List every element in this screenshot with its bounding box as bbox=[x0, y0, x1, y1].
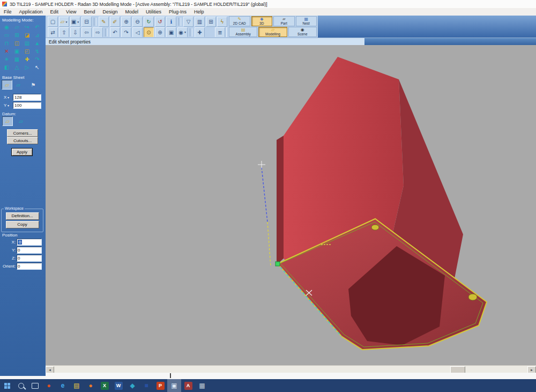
play-tool-icon[interactable]: ▷ bbox=[22, 63, 32, 71]
mesh-tool-icon[interactable]: ▦ bbox=[12, 55, 22, 63]
profile-tool-icon[interactable]: ⊓ bbox=[2, 39, 12, 47]
datum-sheet-icon[interactable]: ▱ bbox=[2, 116, 13, 126]
taskbar-app-6-icon[interactable]: W bbox=[111, 379, 125, 392]
list-view-icon[interactable]: ≣ bbox=[215, 27, 225, 37]
taskbar-app-3-icon[interactable]: ▤ bbox=[70, 379, 84, 392]
bolt-icon[interactable]: ϟ bbox=[217, 17, 227, 27]
add-tool-icon[interactable]: ✚ bbox=[22, 55, 32, 63]
view-up-icon[interactable]: ⇧ bbox=[59, 27, 69, 37]
menu-design[interactable]: Design bbox=[99, 8, 121, 16]
angle-tool-icon[interactable]: ⊿ bbox=[32, 31, 42, 39]
position-z-input[interactable]: 0 bbox=[17, 255, 42, 262]
taskbar-app-7-icon[interactable]: ◆ bbox=[125, 379, 139, 392]
zoom-extents-icon[interactable]: ▣ bbox=[166, 27, 176, 37]
zoom-target-icon[interactable]: ⊕ bbox=[155, 27, 165, 37]
taskbar-app-9-icon[interactable]: P bbox=[153, 379, 167, 392]
zoom-in-icon[interactable]: ⊕ bbox=[121, 17, 131, 27]
position-orient-input[interactable]: 0 bbox=[17, 263, 42, 270]
taskbar-app-5-icon[interactable]: X bbox=[98, 379, 111, 392]
taskbar-app-10-icon[interactable]: A bbox=[181, 379, 195, 392]
view-down-icon[interactable]: ⇩ bbox=[70, 27, 80, 37]
split-tool-icon[interactable]: ◫ bbox=[12, 39, 22, 47]
taskbar-app-2-icon[interactable]: e bbox=[56, 379, 70, 392]
redraw-icon[interactable]: ↻ bbox=[144, 17, 154, 27]
bend-tool-icon[interactable]: ↪ bbox=[22, 23, 32, 31]
half-tool-icon[interactable]: ◧ bbox=[2, 63, 12, 71]
select-sheet-tool-icon[interactable]: ▣ bbox=[12, 47, 22, 55]
cutouts-button[interactable]: Cutouts... bbox=[7, 137, 38, 144]
menu-model[interactable]: Model bbox=[121, 8, 142, 16]
base-flag-icon[interactable]: ⚑ bbox=[28, 80, 38, 89]
grid-tool-icon[interactable]: ⊞ bbox=[12, 31, 22, 39]
datum-axis-icon[interactable]: ▱ bbox=[16, 117, 26, 125]
menu-help[interactable]: Help bbox=[190, 8, 208, 16]
y-size-input[interactable]: 100 bbox=[13, 102, 41, 109]
mode-modelling-button[interactable]: ▱Modelling bbox=[258, 27, 287, 37]
back-panel-left-edge-face[interactable] bbox=[277, 136, 284, 265]
menu-plugins[interactable]: Plug-Ins bbox=[165, 8, 190, 16]
model-canvas[interactable] bbox=[46, 45, 536, 365]
edit-pencil-icon[interactable]: ✎ bbox=[99, 17, 109, 27]
rotate-right-icon[interactable]: ↷ bbox=[121, 27, 131, 37]
menu-file[interactable]: File bbox=[0, 8, 16, 16]
face-tool-icon[interactable]: ▭ bbox=[2, 31, 12, 39]
taskbar-app-8-icon[interactable]: ■ bbox=[139, 379, 153, 392]
hole-1[interactable] bbox=[371, 225, 379, 230]
rotate-tool-icon[interactable]: ↷ bbox=[32, 55, 42, 63]
zoom-window-icon[interactable]: ⊙ bbox=[144, 27, 154, 37]
tri-tool-icon[interactable]: △ bbox=[12, 63, 22, 71]
view-options-icon[interactable]: ◉▼ bbox=[177, 27, 188, 37]
search-button[interactable] bbox=[14, 379, 28, 392]
taskbar-app-11-icon[interactable]: ▦ bbox=[195, 379, 209, 392]
hole-2[interactable] bbox=[468, 294, 477, 300]
apply-button[interactable]: Apply bbox=[11, 148, 33, 156]
workspace-copy-button[interactable]: Copy bbox=[6, 221, 39, 228]
iso-view-icon[interactable]: ◁ bbox=[132, 27, 143, 37]
x-chevron-down-icon[interactable]: ▾ bbox=[8, 95, 9, 99]
new-file-icon[interactable]: ▢ bbox=[48, 17, 58, 27]
menu-utilities[interactable]: Utilities bbox=[142, 8, 165, 16]
taskbar-app-1-icon[interactable]: ● bbox=[42, 379, 56, 392]
pointer-tool-icon[interactable]: ↖ bbox=[32, 63, 42, 71]
menu-application[interactable]: Application bbox=[16, 8, 47, 16]
rotate-left-icon[interactable]: ↶ bbox=[110, 27, 120, 37]
horizontal-scrollbar[interactable]: ◄ ► bbox=[46, 365, 536, 373]
info-icon[interactable]: ℹ bbox=[166, 17, 176, 27]
measure-icon[interactable]: ✚ bbox=[195, 27, 205, 37]
mode-part-button[interactable]: ▰Part bbox=[273, 16, 295, 26]
unfold-tool-icon[interactable]: ↶ bbox=[32, 23, 42, 31]
view-right-icon[interactable]: ⇨ bbox=[93, 27, 103, 37]
pattern-tool-icon[interactable]: ✳ bbox=[2, 55, 12, 63]
workspace-definition-button[interactable]: Definition... bbox=[6, 212, 39, 220]
taskbar-app-4-icon[interactable]: ● bbox=[84, 379, 98, 392]
layers-tool-icon[interactable]: ▤ bbox=[22, 39, 32, 47]
screen-view-icon[interactable]: ▭ bbox=[226, 27, 227, 37]
datum-tool-icon[interactable]: ◰ bbox=[22, 47, 32, 55]
draw-pencil-icon[interactable]: ✐ bbox=[110, 17, 120, 27]
viewport[interactable] bbox=[46, 45, 536, 365]
pan-view-icon[interactable]: ⇄ bbox=[48, 27, 58, 37]
zoom-out-icon[interactable]: ⊖ bbox=[132, 17, 143, 27]
filter-icon[interactable]: ▽ bbox=[183, 17, 193, 27]
save-icon[interactable]: ▣▼ bbox=[70, 17, 80, 27]
base-sheet-alt-icon[interactable]: ▱ bbox=[13, 80, 23, 89]
layers-icon[interactable]: ▥ bbox=[195, 17, 205, 27]
mode-2d-cad-button[interactable]: ✎2D CAD bbox=[229, 16, 250, 26]
start-button[interactable] bbox=[0, 379, 14, 392]
collapse-tool-icon[interactable]: ↯ bbox=[32, 47, 42, 55]
attributes-icon[interactable]: ⊞ bbox=[206, 17, 216, 27]
view-left-icon[interactable]: ⇦ bbox=[81, 27, 92, 37]
menu-bend[interactable]: Bend bbox=[80, 8, 99, 16]
taskbar-radan-icon[interactable]: ▣ bbox=[167, 379, 181, 392]
mode-nest-button[interactable]: ▦Nest bbox=[296, 16, 317, 26]
task-view-button[interactable] bbox=[28, 379, 42, 392]
corners-button[interactable]: Corners... bbox=[7, 129, 38, 137]
position-y-input[interactable]: 0 bbox=[17, 247, 42, 254]
x-size-input[interactable]: 128 bbox=[13, 94, 41, 101]
menu-view[interactable]: View bbox=[62, 8, 80, 16]
open-file-icon[interactable]: ▱▼ bbox=[59, 17, 69, 27]
y-chevron-down-icon[interactable]: ▾ bbox=[8, 103, 9, 107]
corner-tool-icon[interactable]: ▲ bbox=[32, 39, 42, 47]
base-sheet-icon[interactable]: ▱ bbox=[2, 80, 12, 90]
delete-tool-icon[interactable]: ✕ bbox=[2, 47, 12, 55]
